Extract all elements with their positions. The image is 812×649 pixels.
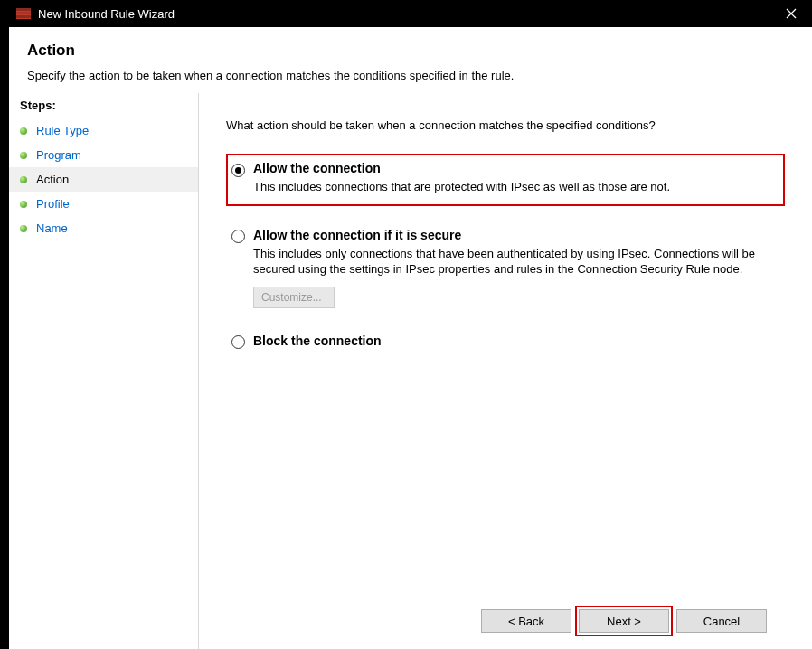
radio-block[interactable] <box>231 335 245 349</box>
step-rule-type[interactable]: Rule Type <box>9 118 198 143</box>
step-bullet-icon <box>20 152 27 159</box>
customize-button: Customize... <box>253 287 335 308</box>
back-button[interactable]: < Back <box>481 609 571 633</box>
steps-sidebar: Steps: Rule Type Program Action <box>9 93 199 649</box>
page-title: Action <box>27 42 794 60</box>
prompt-text: What action should be taken when a conne… <box>226 118 785 132</box>
body-split: Steps: Rule Type Program Action <box>9 93 812 649</box>
svg-rect-3 <box>16 15 31 18</box>
step-program[interactable]: Program <box>9 143 198 167</box>
left-black-bar <box>0 0 9 649</box>
step-action[interactable]: Action <box>9 167 198 192</box>
titlebar: New Inbound Rule Wizard <box>9 0 812 27</box>
cancel-button[interactable]: Cancel <box>676 609 767 633</box>
radio-allow[interactable] <box>231 164 245 177</box>
option-title: Block the connection <box>253 334 765 348</box>
options-group: Allow the connection This includes conne… <box>226 154 785 355</box>
window-title: New Inbound Rule Wizard <box>38 7 770 21</box>
step-name[interactable]: Name <box>9 216 198 240</box>
step-bullet-icon <box>20 225 27 232</box>
step-bullet-icon <box>20 127 27 135</box>
content-area: Action Specify the action to be taken wh… <box>9 27 812 649</box>
close-icon <box>786 8 797 19</box>
svg-rect-2 <box>16 12 31 14</box>
step-label: Name <box>36 221 68 235</box>
page-subtitle: Specify the action to be taken when a co… <box>27 69 794 82</box>
close-button[interactable] <box>770 0 812 27</box>
step-bullet-icon <box>20 201 27 208</box>
step-label: Profile <box>36 197 70 211</box>
page-header: Action Specify the action to be taken wh… <box>9 27 812 93</box>
option-block-connection[interactable]: Block the connection <box>226 330 785 355</box>
option-allow-if-secure[interactable]: Allow the connection if it is secure Thi… <box>226 224 785 312</box>
firewall-icon <box>16 6 31 21</box>
svg-rect-1 <box>16 8 31 11</box>
main-panel: What action should be taken when a conne… <box>199 93 812 649</box>
radio-allow-secure[interactable] <box>231 230 245 243</box>
next-button[interactable]: Next > <box>579 609 669 633</box>
option-desc: This includes only connections that have… <box>253 246 765 277</box>
option-desc: This includes connections that are prote… <box>253 179 765 195</box>
option-allow-connection[interactable]: Allow the connection This includes conne… <box>226 154 785 206</box>
step-bullet-icon <box>20 176 27 183</box>
step-label: Program <box>36 148 81 162</box>
step-label: Rule Type <box>36 124 89 137</box>
wizard-window: New Inbound Rule Wizard Action Specify t… <box>9 0 812 649</box>
steps-header: Steps: <box>9 93 198 118</box>
option-title: Allow the connection if it is secure <box>253 228 765 242</box>
step-label: Action <box>36 173 69 186</box>
step-profile[interactable]: Profile <box>9 192 198 216</box>
option-title: Allow the connection <box>253 161 765 175</box>
footer-buttons: < Back Next > Cancel <box>226 593 785 649</box>
